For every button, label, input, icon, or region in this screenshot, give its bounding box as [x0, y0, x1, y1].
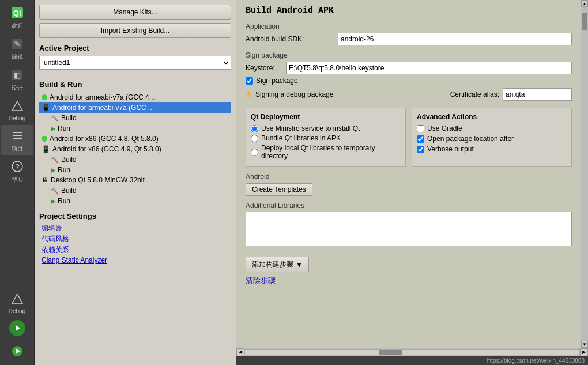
- radio-bundle-input[interactable]: [251, 135, 258, 142]
- svg-rect-7: [13, 132, 22, 133]
- use-gradle-row: Use Gradle: [417, 124, 567, 132]
- arm-gcc-selected-label: Android for armeabi-v7a (GCC ...: [52, 104, 154, 112]
- run-button[interactable]: [1, 318, 33, 340]
- desktop-label: Desktop Qt 5.8.0 MinGW 32bit: [51, 176, 145, 184]
- use-gradle-checkbox[interactable]: [417, 125, 424, 132]
- manage-kits-button[interactable]: Manage Kits...: [39, 5, 231, 20]
- hammer3-icon: 🔨: [51, 187, 59, 195]
- design-icon: ◧: [9, 67, 25, 83]
- scroll-down-button[interactable]: ▼: [581, 341, 588, 348]
- android-sdk-row: Android build SDK:: [246, 33, 572, 45]
- sidebar: Manage Kits... Import Existing Build... …: [35, 0, 236, 365]
- sign-package-check-label: Sign package: [256, 77, 298, 85]
- sign-package-check-row: Sign package: [246, 77, 572, 85]
- sidebar-item-design[interactable]: ◧ 设计: [1, 64, 33, 94]
- use-gradle-label: Use Gradle: [427, 124, 462, 132]
- keystore-label: Keystore:: [246, 64, 286, 72]
- tree-desktop[interactable]: 🖥 Desktop Qt 5.8.0 MinGW 32bit: [39, 175, 231, 185]
- build-tree: Android for armeabi-v7a (GCC 4.... 📱 And…: [39, 92, 231, 206]
- sign-package-checkbox[interactable]: [246, 77, 253, 85]
- project-select[interactable]: untitled1: [39, 56, 231, 70]
- edit-icon: ✎: [9, 36, 25, 52]
- build-run-title: Build & Run: [39, 80, 231, 89]
- sidebar-item-project[interactable]: 项目: [1, 125, 33, 155]
- hammer-icon: 🔨: [51, 115, 59, 122]
- tree-arm-build[interactable]: 🔨 Build: [39, 113, 231, 123]
- clear-steps-link[interactable]: 清除步骤: [246, 276, 572, 286]
- svg-rect-8: [13, 135, 22, 136]
- android-sdk-input[interactable]: [338, 33, 572, 45]
- verbose-output-row: Verbose output: [417, 145, 567, 153]
- tree-desktop-build[interactable]: 🔨 Build: [39, 185, 231, 196]
- radio-local-input[interactable]: [251, 149, 258, 156]
- run2-icon: [9, 343, 25, 359]
- deployment-section: Qt Deployment Use Ministro service to in…: [246, 108, 572, 167]
- tree-desktop-run[interactable]: ▶ Run: [39, 196, 231, 206]
- x86-gcc48-label: Android for x86 (GCC 4.8, Qt 5.8.0): [50, 135, 159, 143]
- scroll-left-button[interactable]: ◀: [236, 348, 244, 356]
- tree-arm-gcc-parent[interactable]: Android for armeabi-v7a (GCC 4....: [39, 92, 231, 102]
- radio-local: Deploy local Qt libraries to temporary d…: [251, 144, 401, 160]
- edit-label: 编辑: [12, 53, 23, 61]
- sidebar-item-debug2[interactable]: Debug: [1, 288, 33, 317]
- debug2-icon: [9, 291, 25, 307]
- desktop-icon: 🖥: [42, 176, 48, 184]
- tree-x86-gcc48[interactable]: Android for x86 (GCC 4.8, Qt 5.8.0): [39, 134, 231, 144]
- scroll-thumb[interactable]: [582, 13, 587, 30]
- open-package-row: Open package location after: [417, 135, 567, 143]
- bullet-green-icon: [42, 94, 47, 100]
- h-scroll-track: [244, 349, 580, 355]
- open-package-label: Open package location after: [427, 135, 514, 143]
- scroll-right-button[interactable]: ▶: [580, 348, 588, 356]
- cert-alias-input[interactable]: [503, 88, 572, 101]
- warning-icon: ⚠: [246, 90, 252, 99]
- radio-bundle: Bundle Qt libraries in APK: [251, 134, 401, 142]
- import-build-button[interactable]: Import Existing Build...: [39, 23, 231, 38]
- sidebar-item-edit[interactable]: ✎ 编辑: [1, 33, 33, 63]
- tree-x86-gcc49[interactable]: 📱 Android for x86 (GCC 4.9, Qt 5.8.0): [39, 144, 231, 154]
- advanced-actions-col: Advanced Actions Use Gradle Open package…: [412, 108, 572, 167]
- scroll-up-button[interactable]: ▲: [581, 0, 588, 7]
- svg-marker-6: [12, 101, 22, 111]
- device2-icon: 📱: [42, 145, 50, 153]
- tree-x86-build[interactable]: 🔨 Build: [39, 154, 231, 165]
- design-label: 设计: [12, 84, 23, 92]
- debug2-label: Debug: [9, 308, 25, 314]
- signing-debug-label: Signing a debug package: [255, 90, 333, 98]
- tree-arm-run[interactable]: ▶ Run: [39, 123, 231, 134]
- proj-link-code-style[interactable]: 代码风格: [39, 234, 231, 245]
- radio-ministro-label: Use Ministro service to install Qt: [261, 124, 360, 132]
- proj-link-editor[interactable]: 编辑器: [39, 223, 231, 234]
- verbose-output-checkbox[interactable]: [417, 146, 424, 153]
- tree-arm-gcc-selected[interactable]: 📱 Android for armeabi-v7a (GCC ...: [39, 102, 231, 113]
- hammer2-icon: 🔨: [51, 156, 59, 164]
- active-project-title: Active Project: [39, 44, 231, 52]
- android-section: Android Create Templates: [246, 173, 572, 196]
- run-icon: [9, 320, 25, 336]
- cert-alias-label: Certificate alias:: [450, 90, 499, 98]
- main-panel: Manage Kits... Import Existing Build... …: [35, 0, 588, 365]
- content-area: Build Android APK Application Android bu…: [236, 0, 581, 348]
- sidebar-item-debug[interactable]: Debug: [1, 96, 33, 124]
- run-arrow2-icon: ▶: [51, 166, 55, 174]
- keystore-input[interactable]: [286, 62, 572, 74]
- add-step-button[interactable]: 添加构建步骤 ▼: [246, 257, 309, 272]
- proj-link-clang[interactable]: Clang Static Analyzer: [39, 256, 231, 265]
- run-arrow3-icon: ▶: [51, 197, 55, 205]
- proj-link-dependencies[interactable]: 依赖关系: [39, 245, 231, 256]
- open-package-checkbox[interactable]: [417, 135, 424, 143]
- h-scroll-thumb[interactable]: [379, 350, 402, 355]
- radio-local-label: Deploy local Qt libraries to temporary d…: [261, 144, 401, 160]
- page-title: Build Android APK: [246, 6, 572, 16]
- tree-x86-run[interactable]: ▶ Run: [39, 165, 231, 175]
- run2-button[interactable]: [1, 341, 33, 363]
- radio-ministro-input[interactable]: [251, 125, 258, 132]
- sidebar-item-welcome[interactable]: Qt 欢迎: [1, 2, 33, 32]
- create-templates-button[interactable]: Create Templates: [246, 183, 312, 196]
- qt-logo-icon: Qt: [9, 5, 25, 21]
- qt-deployment-col: Qt Deployment Use Ministro service to in…: [246, 108, 406, 167]
- welcome-label: 欢迎: [12, 22, 23, 30]
- sidebar-item-help[interactable]: ? 帮助: [1, 156, 33, 186]
- help-icon: ?: [9, 158, 25, 174]
- svg-marker-12: [12, 294, 22, 303]
